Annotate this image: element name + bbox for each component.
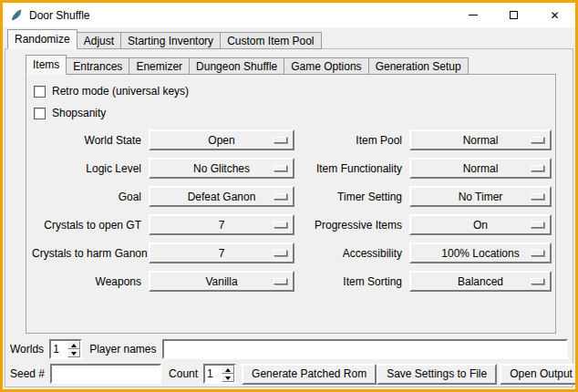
- tab-entrances[interactable]: Entrances: [66, 57, 129, 75]
- label-logic-level: Logic Level: [32, 162, 141, 175]
- dropdown-indicator-icon: [274, 250, 287, 256]
- label-crystals-open-gt: Crystals to open GT: [32, 219, 141, 232]
- dropdown-value: Normal: [463, 134, 499, 147]
- dropdown-value: No Glitches: [193, 162, 250, 175]
- tab-adjust[interactable]: Adjust: [77, 32, 121, 49]
- label-item-sorting: Item Sorting: [302, 275, 402, 288]
- seed-label: Seed #: [10, 367, 45, 380]
- label-item-pool: Item Pool: [302, 134, 402, 147]
- world-state-dropdown[interactable]: Open: [149, 129, 294, 150]
- dropdown-value: Normal: [463, 162, 499, 175]
- dropdown-indicator-icon: [274, 222, 287, 228]
- worlds-spin-arrows: [67, 341, 80, 357]
- dropdown-value: 7: [219, 219, 225, 232]
- count-input[interactable]: [205, 366, 222, 382]
- dropdown-indicator-icon: [274, 165, 287, 171]
- seed-input[interactable]: [50, 364, 161, 384]
- randomize-tab-pane: Items Entrances Enemizer Dungeon Shuffle…: [5, 48, 573, 387]
- spin-up-button[interactable]: [222, 366, 234, 374]
- maximize-button[interactable]: [493, 3, 534, 27]
- dropdown-indicator-icon: [274, 137, 287, 143]
- window: Door Shuffle ✕ Randomize Adjust Starting…: [0, 0, 578, 392]
- goal-dropdown[interactable]: Defeat Ganon: [149, 186, 294, 207]
- tab-game-options[interactable]: Game Options: [284, 57, 368, 75]
- progressive-items-dropdown[interactable]: On: [409, 214, 552, 235]
- items-tab-pane: Retro mode (universal keys) Shopsanity W…: [26, 74, 556, 334]
- worlds-spinner[interactable]: [49, 339, 82, 359]
- count-spinner[interactable]: [203, 364, 236, 384]
- crystals-harm-ganon-dropdown[interactable]: 7: [149, 242, 294, 263]
- label-timer-setting: Timer Setting: [302, 191, 402, 203]
- tab-items[interactable]: Items: [26, 55, 67, 75]
- item-pool-dropdown[interactable]: Normal: [409, 129, 552, 150]
- checkbox-box[interactable]: [34, 108, 46, 119]
- titlebar[interactable]: Door Shuffle ✕: [3, 3, 575, 27]
- close-button[interactable]: ✕: [534, 3, 575, 27]
- dropdown-indicator-icon: [531, 137, 544, 143]
- tab-custom-item-pool[interactable]: Custom Item Pool: [220, 32, 321, 49]
- count-spin-arrows: [222, 366, 234, 382]
- label-item-functionality: Item Functionality: [302, 162, 402, 175]
- minimize-icon: [469, 15, 478, 15]
- client-area: Randomize Adjust Starting Inventory Cust…: [3, 27, 575, 389]
- tab-dungeon-shuffle[interactable]: Dungeon Shuffle: [189, 57, 284, 75]
- generate-patched-rom-button[interactable]: Generate Patched Rom: [242, 364, 377, 385]
- spin-up-button[interactable]: [67, 341, 80, 349]
- logic-level-dropdown[interactable]: No Glitches: [149, 158, 294, 179]
- timer-setting-dropdown[interactable]: No Timer: [409, 186, 552, 207]
- label-progressive-items: Progressive Items: [302, 219, 402, 232]
- spin-down-button[interactable]: [222, 374, 234, 382]
- dropdown-indicator-icon: [274, 193, 287, 200]
- tab-randomize[interactable]: Randomize: [7, 29, 77, 49]
- spin-down-button[interactable]: [67, 349, 80, 357]
- checkbox-label: Retro mode (universal keys): [52, 85, 189, 98]
- count-label: Count: [169, 367, 198, 380]
- tab-enemizer[interactable]: Enemizer: [129, 57, 190, 75]
- window-controls: ✕: [452, 3, 575, 27]
- dropdown-value: 100% Locations: [441, 247, 519, 260]
- settings-grid: World State Open Item Pool Normal Logic …: [32, 129, 550, 292]
- open-output-directory-button[interactable]: Open Output Directory: [500, 364, 578, 385]
- dropdown-value: On: [473, 219, 488, 232]
- weapons-dropdown[interactable]: Vanilla: [149, 271, 294, 292]
- app-icon: [9, 8, 24, 23]
- crystals-open-gt-dropdown[interactable]: 7: [149, 214, 294, 235]
- arrow-up-icon: [225, 368, 231, 372]
- dropdown-indicator-icon: [531, 278, 544, 284]
- dropdown-value: 7: [219, 247, 225, 260]
- dropdown-indicator-icon: [531, 165, 544, 171]
- minimize-button[interactable]: [452, 3, 493, 27]
- dropdown-indicator-icon: [531, 193, 544, 200]
- dropdown-indicator-icon: [531, 222, 544, 228]
- close-icon: ✕: [550, 10, 559, 21]
- window-title: Door Shuffle: [29, 9, 90, 22]
- seed-row: Seed # Count Generate Patched Rom Save S…: [10, 363, 568, 385]
- dropdown-value: Open: [208, 134, 234, 147]
- worlds-row: Worlds Player names: [10, 338, 568, 360]
- retro-mode-checkbox[interactable]: Retro mode (universal keys): [34, 80, 550, 102]
- label-crystals-harm-ganon: Crystals to harm Ganon: [32, 247, 141, 260]
- save-settings-button[interactable]: Save Settings to File: [377, 364, 497, 385]
- inner-notebook: Items Entrances Enemizer Dungeon Shuffle…: [26, 55, 556, 334]
- arrow-down-icon: [225, 377, 231, 380]
- accessibility-dropdown[interactable]: 100% Locations: [409, 242, 552, 263]
- arrow-up-icon: [71, 344, 77, 347]
- worlds-input[interactable]: [51, 341, 67, 357]
- player-names-input[interactable]: [162, 339, 569, 359]
- checkbox-box[interactable]: [34, 86, 46, 98]
- shopsanity-checkbox[interactable]: Shopsanity: [34, 102, 550, 124]
- tab-starting-inventory[interactable]: Starting Inventory: [120, 32, 221, 49]
- arrow-down-icon: [71, 352, 77, 356]
- outer-tab-bar: Randomize Adjust Starting Inventory Cust…: [7, 29, 322, 49]
- dropdown-indicator-icon: [274, 278, 287, 284]
- worlds-label: Worlds: [10, 343, 44, 356]
- label-world-state: World State: [32, 134, 141, 147]
- player-names-label: Player names: [89, 343, 156, 356]
- item-functionality-dropdown[interactable]: Normal: [409, 158, 552, 179]
- tab-generation-setup[interactable]: Generation Setup: [368, 57, 469, 75]
- dropdown-value: Balanced: [458, 275, 503, 288]
- dropdown-value: Vanilla: [205, 275, 237, 288]
- item-sorting-dropdown[interactable]: Balanced: [409, 271, 552, 292]
- dropdown-value: Defeat Ganon: [188, 191, 256, 203]
- label-goal: Goal: [32, 191, 141, 203]
